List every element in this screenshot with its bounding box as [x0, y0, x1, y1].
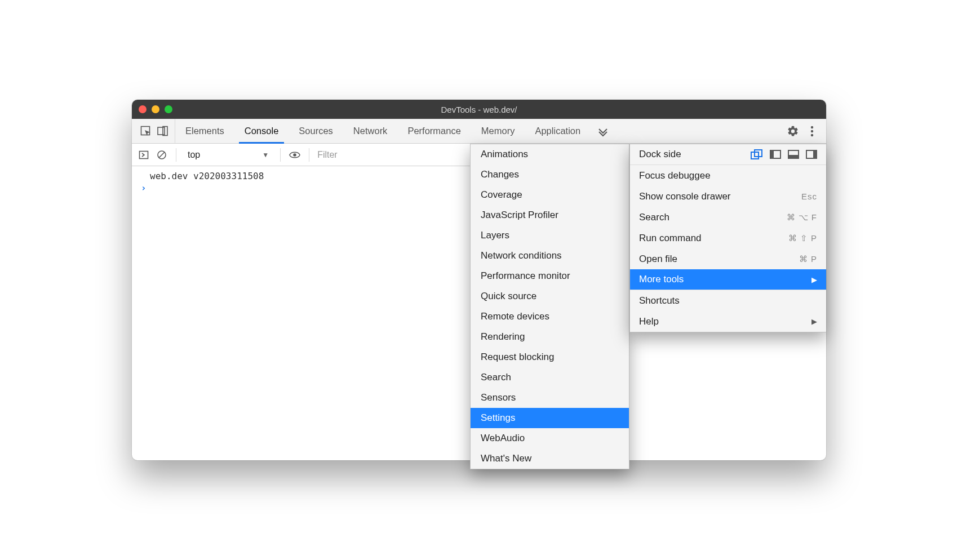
submenu-item-sensors[interactable]: Sensors [471, 388, 629, 408]
close-window-button[interactable] [139, 105, 147, 113]
console-sidebar-toggle-icon[interactable] [138, 149, 150, 161]
submenu-arrow-icon: ▶ [811, 275, 817, 284]
submenu-item-webaudio[interactable]: WebAudio [471, 428, 629, 448]
menu-more-tools[interactable]: More tools ▶ [630, 269, 826, 290]
submenu-item-rendering[interactable]: Rendering [471, 327, 629, 347]
separator [176, 148, 176, 162]
svg-line-8 [159, 152, 165, 158]
dock-undock-icon[interactable] [751, 149, 763, 159]
menu-shortcut: Esc [801, 192, 817, 201]
dock-right-icon[interactable] [806, 150, 817, 159]
tab-memory[interactable]: Memory [471, 119, 525, 143]
submenu-item-settings[interactable]: Settings [471, 408, 629, 428]
minimize-window-button[interactable] [152, 105, 159, 113]
submenu-item-layers[interactable]: Layers [471, 225, 629, 246]
submenu-item-remote-devices[interactable]: Remote devices [471, 306, 629, 327]
tab-performance[interactable]: Performance [397, 119, 471, 143]
submenu-item-search[interactable]: Search [471, 367, 629, 388]
separator [309, 148, 309, 162]
submenu-item-js-profiler[interactable]: JavaScript Profiler [471, 205, 629, 225]
dock-bottom-icon[interactable] [788, 150, 799, 159]
submenu-item-quick-source[interactable]: Quick source [471, 286, 629, 306]
traffic-lights [139, 105, 172, 113]
menu-dock-side: Dock side [630, 144, 826, 165]
submenu-item-animations[interactable]: Animations [471, 144, 629, 165]
menu-help[interactable]: Help ▶ [630, 311, 826, 332]
svg-point-4 [811, 130, 813, 132]
zoom-window-button[interactable] [165, 105, 172, 113]
execution-context-select[interactable]: top ▼ [184, 150, 272, 160]
separator [280, 148, 281, 162]
tab-sources[interactable]: Sources [289, 119, 343, 143]
main-menu: Dock side Focus debuggee Show [629, 144, 826, 332]
menu-label: Help [639, 316, 659, 327]
dock-side-label: Dock side [639, 149, 681, 160]
menu-run-command[interactable]: Run command ⌘ ⇧ P [630, 228, 826, 248]
menu-shortcut: ⌘ ⌥ F [787, 212, 818, 223]
kebab-menu-icon[interactable] [806, 125, 818, 137]
menu-shortcuts[interactable]: Shortcuts [630, 290, 826, 311]
panel-tabs: Elements Console Sources Network Perform… [175, 119, 591, 143]
tab-console[interactable]: Console [234, 119, 289, 143]
svg-rect-1 [158, 127, 165, 135]
titlebar: DevTools - web.dev/ [132, 100, 826, 119]
svg-rect-13 [770, 150, 774, 158]
menu-label: More tools [639, 274, 684, 285]
menu-label: Focus debuggee [639, 170, 711, 181]
tab-application[interactable]: Application [525, 119, 591, 143]
panel-tabbar: Elements Console Sources Network Perform… [132, 119, 826, 144]
svg-rect-17 [813, 150, 817, 158]
menu-label: Search [639, 212, 669, 223]
menu-open-file[interactable]: Open file ⌘ P [630, 248, 826, 269]
clear-console-icon[interactable] [156, 149, 168, 161]
console-filter-input[interactable] [317, 147, 430, 163]
context-label: top [188, 150, 200, 160]
menu-focus-debuggee[interactable]: Focus debuggee [630, 165, 826, 186]
submenu-item-performance-monitor[interactable]: Performance monitor [471, 266, 629, 286]
tab-elements[interactable]: Elements [175, 119, 234, 143]
device-toolbar-icon[interactable] [157, 125, 169, 137]
svg-point-3 [811, 126, 813, 128]
submenu-item-network-conditions[interactable]: Network conditions [471, 246, 629, 266]
submenu-arrow-icon: ▶ [811, 317, 817, 326]
menu-search[interactable]: Search ⌘ ⌥ F [630, 207, 826, 228]
live-expression-eye-icon[interactable] [289, 149, 301, 161]
more-tools-submenu: Animations Changes Coverage JavaScript P… [470, 144, 629, 469]
svg-rect-15 [788, 155, 799, 158]
submenu-item-request-blocking[interactable]: Request blocking [471, 347, 629, 367]
dropdown-triangle-icon: ▼ [262, 151, 269, 159]
menu-label: Show console drawer [639, 191, 731, 202]
menu-label: Run command [639, 233, 702, 244]
menu-shortcut: ⌘ P [799, 254, 817, 264]
svg-rect-2 [163, 126, 167, 135]
svg-point-9 [293, 153, 296, 157]
tab-network[interactable]: Network [343, 119, 398, 143]
submenu-item-changes[interactable]: Changes [471, 165, 629, 185]
submenu-item-coverage[interactable]: Coverage [471, 185, 629, 205]
settings-gear-icon[interactable] [787, 125, 799, 137]
menu-label: Shortcuts [639, 295, 680, 306]
menu-label: Open file [639, 254, 677, 265]
window-title: DevTools - web.dev/ [132, 105, 826, 114]
svg-point-5 [811, 134, 813, 136]
menu-shortcut: ⌘ ⇧ P [788, 233, 817, 243]
menu-show-console-drawer[interactable]: Show console drawer Esc [630, 186, 826, 207]
submenu-item-whats-new[interactable]: What's New [471, 448, 629, 469]
devtools-window: DevTools - web.dev/ Elements Console Sou… [132, 100, 826, 460]
dock-left-icon[interactable] [770, 150, 781, 159]
tabs-overflow-button[interactable] [591, 119, 615, 143]
inspect-element-icon[interactable] [140, 125, 152, 137]
